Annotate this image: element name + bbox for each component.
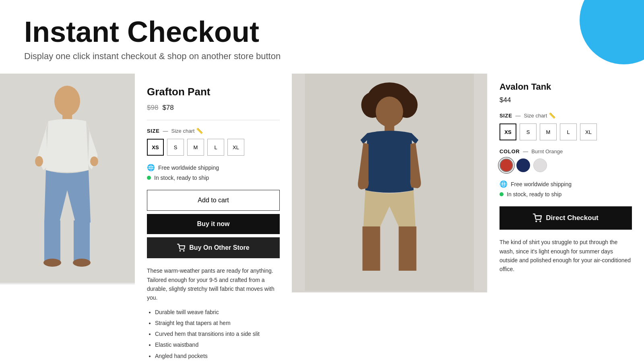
header: Instant Checkout Display one click insta…: [0, 0, 644, 74]
color-swatch-light-gray[interactable]: [533, 158, 547, 172]
svg-point-10: [184, 251, 184, 251]
shipping-text-grafton: Free worldwide shipping: [158, 165, 219, 171]
color-swatches-avalon: [500, 158, 632, 172]
svg-rect-19: [363, 226, 380, 271]
stock-row-grafton: In stock, ready to ship: [147, 175, 280, 181]
feature-1: Durable twill weave fabric: [155, 307, 280, 317]
size-chart-icon-avalon: 📏: [549, 112, 555, 119]
size-buttons-grafton: XS S M L XL: [147, 139, 280, 156]
product-photo-left: [0, 74, 135, 283]
feature-5: Angled hand pockets: [155, 351, 280, 361]
product-features-grafton: Durable twill weave fabric Straight leg …: [147, 307, 280, 361]
feature-2: Straight leg that tapers at hem: [155, 318, 280, 328]
product-name-grafton: Grafton Pant: [147, 86, 280, 98]
cart-icon-other-store: [177, 244, 185, 252]
size-buttons-avalon: XS S M L XL: [500, 123, 632, 140]
shipping-row-avalon: 🌐 Free worldwide shipping: [500, 180, 632, 188]
product-description-avalon: The kind of shirt you struggle to put th…: [500, 238, 632, 274]
svg-point-21: [536, 221, 537, 222]
size-btn-m-grafton[interactable]: M: [187, 139, 204, 156]
price-row-grafton: $98 $78: [147, 104, 280, 112]
page-title: Instant Checkout: [24, 16, 620, 48]
feature-4: Elastic waistband: [155, 340, 280, 350]
page-subtitle: Display one click instant checkout & sho…: [24, 51, 620, 62]
feature-3: Curved hem that transitions into a side …: [155, 329, 280, 339]
product-photo-right: [292, 74, 487, 291]
globe-icon-avalon: 🌐: [500, 180, 508, 188]
size-btn-xs-grafton[interactable]: XS: [147, 139, 164, 156]
direct-checkout-label: Direct Checkout: [546, 214, 598, 222]
size-btn-l-grafton[interactable]: L: [207, 139, 224, 156]
svg-rect-20: [399, 226, 417, 271]
size-chart-link-grafton[interactable]: Size chart 📏: [171, 128, 203, 134]
price-avalon: $44: [500, 96, 632, 104]
globe-icon-grafton: 🌐: [147, 164, 155, 171]
stock-text-avalon: In stock, ready to ship: [507, 191, 561, 197]
color-swatch-burnt-orange[interactable]: [500, 158, 513, 172]
svg-point-17: [376, 97, 403, 127]
green-dot-avalon: [500, 192, 504, 196]
color-swatch-navy[interactable]: [516, 158, 530, 172]
svg-point-3: [35, 156, 43, 167]
cart-icon-direct-checkout: [533, 214, 542, 222]
divider-grafton: [147, 120, 280, 120]
size-btn-xs-avalon[interactable]: XS: [500, 123, 516, 140]
product-image-left: [0, 74, 135, 284]
main-content: Grafton Pant $98 $78 SIZE — Size chart 📏…: [0, 74, 644, 362]
product-detail-grafton: Grafton Pant $98 $78 SIZE — Size chart 📏…: [135, 74, 292, 362]
buy-other-store-button[interactable]: Buy On Other Store: [147, 237, 280, 258]
size-btn-s-grafton[interactable]: S: [167, 139, 184, 156]
product-name-avalon: Avalon Tank: [500, 82, 632, 92]
size-label-row-grafton: SIZE — Size chart 📏: [147, 128, 280, 134]
svg-rect-5: [44, 220, 60, 261]
svg-point-4: [90, 156, 98, 166]
price-sale-grafton: $78: [162, 104, 173, 112]
svg-point-1: [54, 86, 80, 116]
price-original-grafton: $98: [147, 104, 158, 112]
color-label-row-avalon: COLOR — Burnt Orange: [500, 148, 632, 154]
size-btn-s-avalon[interactable]: S: [520, 123, 537, 140]
buy-it-now-button[interactable]: Buy it now: [147, 214, 280, 234]
size-chart-link-avalon[interactable]: Size chart 📏: [524, 112, 556, 119]
svg-point-9: [180, 251, 181, 251]
product-image-right: [292, 74, 487, 292]
svg-point-7: [43, 259, 61, 267]
stock-text-grafton: In stock, ready to ship: [154, 175, 209, 181]
right-side: Avalon Tank $44 SIZE — Size chart 📏 XS S…: [292, 74, 644, 292]
svg-point-22: [540, 221, 541, 222]
svg-point-8: [73, 259, 91, 267]
add-to-cart-button[interactable]: Add to cart: [147, 190, 280, 211]
color-value-avalon: Burnt Orange: [531, 148, 563, 154]
size-label-grafton: SIZE: [147, 128, 160, 134]
size-chart-icon-grafton: 📏: [196, 128, 203, 134]
shipping-text-avalon: Free worldwide shipping: [511, 181, 572, 187]
shipping-row-grafton: 🌐 Free worldwide shipping: [147, 164, 280, 171]
size-label-avalon: SIZE: [500, 113, 512, 119]
size-label-row-avalon: SIZE — Size chart 📏: [500, 112, 632, 119]
product-detail-avalon: Avalon Tank $44 SIZE — Size chart 📏 XS S…: [487, 74, 644, 292]
direct-checkout-button[interactable]: Direct Checkout: [500, 206, 632, 230]
size-btn-m-avalon[interactable]: M: [540, 123, 557, 140]
size-btn-xl-avalon[interactable]: XL: [580, 123, 597, 140]
svg-rect-6: [74, 220, 90, 261]
size-btn-l-avalon[interactable]: L: [560, 123, 577, 140]
stock-row-avalon: In stock, ready to ship: [500, 191, 632, 197]
color-label-avalon: COLOR: [500, 148, 520, 154]
buy-other-store-label: Buy On Other Store: [189, 244, 249, 251]
product-description-grafton: These warm-weather pants are ready for a…: [147, 266, 280, 302]
green-dot-grafton: [147, 176, 151, 180]
size-btn-xl-grafton[interactable]: XL: [227, 139, 244, 156]
